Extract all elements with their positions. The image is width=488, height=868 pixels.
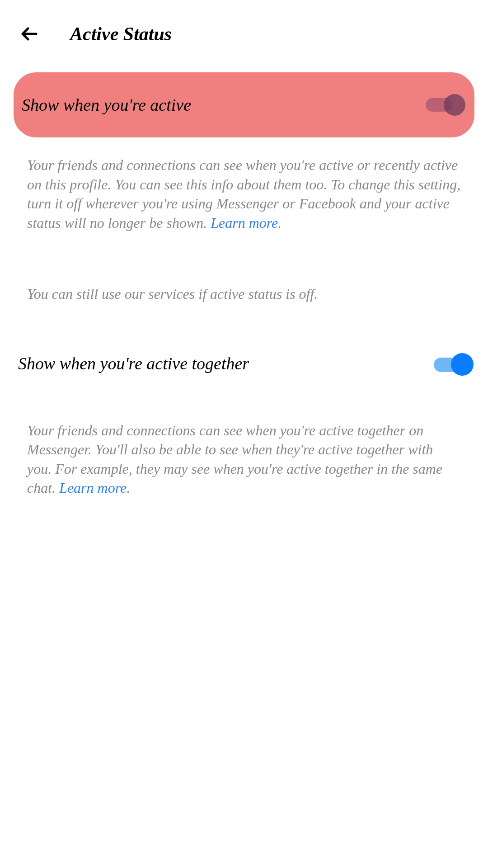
toggle-knob	[444, 94, 465, 116]
dot: .	[127, 480, 130, 496]
active-status-row: Show when you're active	[14, 72, 474, 137]
page-title: Active Status	[70, 23, 172, 45]
active-together-description: Your friends and connections can see whe…	[0, 373, 488, 498]
active-together-row: Show when you're active together	[18, 354, 470, 373]
active-together-toggle[interactable]	[434, 355, 470, 372]
back-arrow-icon[interactable]	[18, 23, 41, 45]
active-together-label: Show when you're active together	[18, 354, 249, 373]
header: Active Status	[0, 0, 488, 59]
toggle-knob	[451, 353, 474, 376]
active-status-label: Show when you're active	[22, 95, 191, 115]
learn-more-link[interactable]: Learn more	[211, 215, 278, 231]
active-status-note: You can still use our services if active…	[0, 232, 488, 304]
dot: .	[278, 215, 282, 231]
active-status-toggle[interactable]	[426, 97, 462, 113]
learn-more-link[interactable]: Learn more	[59, 480, 127, 496]
active-status-description: Your friends and connections can see whe…	[0, 137, 488, 232]
